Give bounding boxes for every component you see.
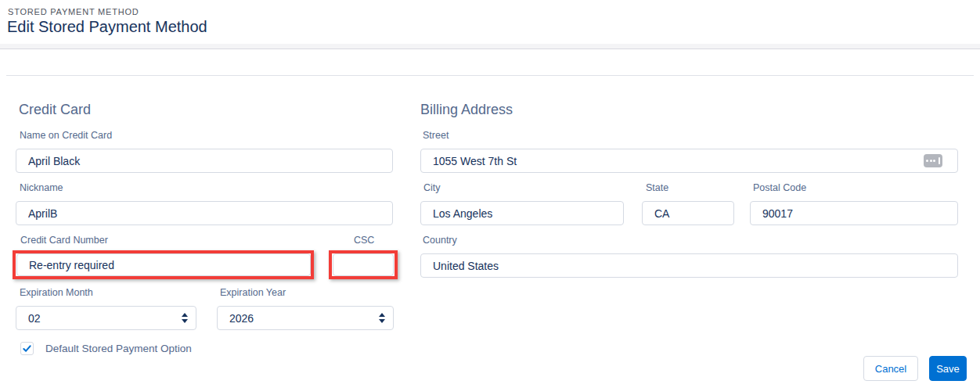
content-divider (6, 75, 974, 76)
city-label: City (423, 182, 441, 193)
exp-month-select[interactable]: 02 (16, 306, 196, 330)
exp-year-value: 2026 (229, 312, 254, 325)
page-title: Edit Stored Payment Method (7, 18, 207, 36)
exp-year-select[interactable]: 2026 (217, 306, 394, 330)
billing-address-section-heading: Billing Address (420, 102, 513, 118)
postal-code-input[interactable] (750, 201, 958, 225)
country-label: Country (423, 235, 457, 246)
postal-code-label: Postal Code (753, 182, 806, 193)
state-input[interactable] (642, 201, 734, 225)
credit-card-section-heading: Credit Card (19, 102, 91, 118)
save-button[interactable]: Save (929, 356, 967, 381)
default-payment-checkbox[interactable] (20, 342, 34, 355)
default-payment-checkbox-label: Default Stored Payment Option (45, 343, 192, 354)
csc-label: CSC (354, 235, 374, 246)
nickname-input[interactable] (16, 201, 393, 225)
up-down-spinner-icon (182, 313, 188, 323)
ellipsis-expand-icon[interactable] (924, 154, 942, 167)
city-input[interactable] (420, 201, 624, 225)
name-on-card-label: Name on Credit Card (20, 130, 112, 141)
annotation-box-csc (329, 250, 398, 279)
header-divider (0, 44, 980, 49)
nickname-label: Nickname (20, 182, 63, 193)
street-label: Street (423, 130, 449, 141)
country-input[interactable] (420, 253, 958, 278)
exp-month-label: Expiration Month (20, 287, 93, 298)
checkmark-icon (23, 344, 31, 353)
cancel-button[interactable]: Cancel (863, 356, 918, 381)
street-input[interactable] (420, 149, 958, 173)
card-number-label: Credit Card Number (20, 235, 108, 246)
exp-month-value: 02 (28, 312, 41, 325)
annotation-box-card-number (13, 250, 314, 279)
state-label: State (646, 182, 668, 193)
edit-stored-payment-method-page: STORED PAYMENT METHOD Edit Stored Paymen… (0, 0, 980, 388)
exp-year-label: Expiration Year (220, 287, 286, 298)
entity-eyebrow: STORED PAYMENT METHOD (8, 7, 139, 16)
up-down-spinner-icon (379, 313, 385, 323)
name-on-card-input[interactable] (16, 149, 393, 173)
